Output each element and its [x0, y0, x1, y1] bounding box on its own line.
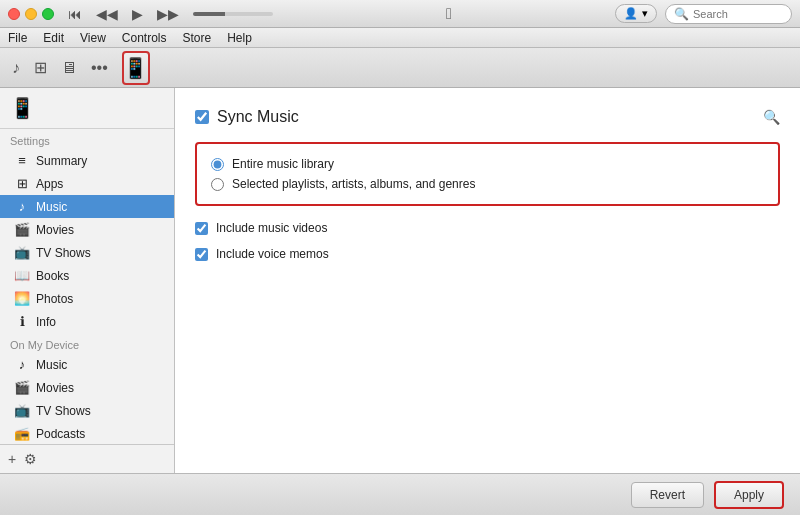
- account-chevron: ▾: [642, 7, 648, 20]
- main-content: 📱 Settings ≡ Summary ⊞ Apps ♪ Music 🎬 Mo…: [0, 88, 800, 473]
- on-my-device-label: On My Device: [0, 333, 174, 353]
- sync-music-checkbox[interactable]: [195, 110, 209, 124]
- d-tv-icon: 📺: [14, 403, 30, 418]
- volume-slider[interactable]: [193, 12, 273, 16]
- photos-icon: 🌅: [14, 291, 30, 306]
- apply-button[interactable]: Apply: [714, 481, 784, 509]
- sidebar-item-d-music[interactable]: ♪ Music: [0, 353, 174, 376]
- radio-selected[interactable]: Selected playlists, artists, albums, and…: [211, 174, 764, 194]
- sidebar-item-photos[interactable]: 🌅 Photos: [0, 287, 174, 310]
- include-videos-label: Include music videos: [216, 221, 327, 235]
- revert-button[interactable]: Revert: [631, 482, 704, 508]
- sidebar-item-summary[interactable]: ≡ Summary: [0, 149, 174, 172]
- include-memos-option[interactable]: Include voice memos: [195, 244, 780, 264]
- sidebar-item-label: TV Shows: [36, 404, 91, 418]
- tv-icon: 📺: [14, 245, 30, 260]
- sidebar: 📱 Settings ≡ Summary ⊞ Apps ♪ Music 🎬 Mo…: [0, 88, 175, 473]
- sidebar-item-label: Apps: [36, 177, 63, 191]
- phone-icon: 📱: [123, 56, 148, 80]
- sidebar-item-books[interactable]: 📖 Books: [0, 264, 174, 287]
- sync-music-title: Sync Music: [217, 108, 299, 126]
- toolbar-display-icon[interactable]: 🖥: [57, 55, 81, 81]
- window-controls: [8, 8, 54, 20]
- menu-controls[interactable]: Controls: [122, 31, 167, 45]
- movies-icon: 🎬: [14, 222, 30, 237]
- sync-header: Sync Music 🔍: [195, 108, 780, 126]
- include-videos-checkbox[interactable]: [195, 222, 208, 235]
- info-icon: ℹ: [14, 314, 30, 329]
- sidebar-item-label: Summary: [36, 154, 87, 168]
- sidebar-item-music[interactable]: ♪ Music: [0, 195, 174, 218]
- bottom-bar: Revert Apply: [0, 473, 800, 515]
- search-icon: 🔍: [674, 7, 689, 21]
- rewind-button[interactable]: ◀◀: [92, 4, 122, 24]
- menu-file[interactable]: File: [8, 31, 27, 45]
- include-videos-option[interactable]: Include music videos: [195, 218, 780, 238]
- toolbar-more-icon[interactable]: •••: [87, 55, 112, 81]
- books-icon: 📖: [14, 268, 30, 283]
- menu-store[interactable]: Store: [183, 31, 212, 45]
- content-search-icon[interactable]: 🔍: [763, 109, 780, 125]
- forward-button[interactable]: ▶▶: [153, 4, 183, 24]
- apps-icon: ⊞: [14, 176, 30, 191]
- close-button[interactable]: [8, 8, 20, 20]
- radio-entire-library[interactable]: Entire music library: [211, 154, 764, 174]
- add-button[interactable]: +: [8, 451, 16, 467]
- include-memos-label: Include voice memos: [216, 247, 329, 261]
- settings-section-label: Settings: [0, 129, 174, 149]
- sync-options-box: Entire music library Selected playlists,…: [195, 142, 780, 206]
- sidebar-item-movies[interactable]: 🎬 Movies: [0, 218, 174, 241]
- sidebar-item-label: Info: [36, 315, 56, 329]
- sidebar-item-d-tv-shows[interactable]: 📺 TV Shows: [0, 399, 174, 422]
- sidebar-item-label: TV Shows: [36, 246, 91, 260]
- include-memos-checkbox[interactable]: [195, 248, 208, 261]
- sidebar-footer: + ⚙: [0, 444, 174, 473]
- toolbar-music-icon[interactable]: ♪: [8, 55, 24, 81]
- sidebar-item-label: Books: [36, 269, 69, 283]
- menu-bar: File Edit View Controls Store Help: [0, 28, 800, 48]
- menu-view[interactable]: View: [80, 31, 106, 45]
- sidebar-item-label: Movies: [36, 381, 74, 395]
- search-box[interactable]: 🔍: [665, 4, 792, 24]
- device-button[interactable]: 📱: [122, 51, 150, 85]
- sidebar-item-tv-shows[interactable]: 📺 TV Shows: [0, 241, 174, 264]
- music-icon: ♪: [14, 199, 30, 214]
- toolbar-grid-icon[interactable]: ⊞: [30, 54, 51, 81]
- menu-edit[interactable]: Edit: [43, 31, 64, 45]
- minimize-button[interactable]: [25, 8, 37, 20]
- d-music-icon: ♪: [14, 357, 30, 372]
- toolbar: ♪ ⊞ 🖥 ••• 📱: [0, 48, 800, 88]
- account-icon: 👤: [624, 7, 638, 20]
- prev-button[interactable]: ⏮: [64, 4, 86, 24]
- sidebar-scroll[interactable]: Settings ≡ Summary ⊞ Apps ♪ Music 🎬 Movi…: [0, 129, 174, 444]
- transport-controls: ⏮ ◀◀ ▶ ▶▶: [64, 4, 183, 24]
- radio-selected-label: Selected playlists, artists, albums, and…: [232, 177, 475, 191]
- maximize-button[interactable]: [42, 8, 54, 20]
- sidebar-phone-icon: 📱: [10, 96, 35, 120]
- radio-entire-label: Entire music library: [232, 157, 334, 171]
- sidebar-item-apps[interactable]: ⊞ Apps: [0, 172, 174, 195]
- sidebar-item-label: Podcasts: [36, 427, 85, 441]
- summary-icon: ≡: [14, 153, 30, 168]
- sidebar-item-d-movies[interactable]: 🎬 Movies: [0, 376, 174, 399]
- content-panel: Sync Music 🔍 Entire music library Select…: [175, 88, 800, 473]
- apple-logo: : [283, 5, 615, 23]
- menu-help[interactable]: Help: [227, 31, 252, 45]
- radio-entire-input[interactable]: [211, 158, 224, 171]
- sidebar-item-d-podcasts[interactable]: 📻 Podcasts: [0, 422, 174, 444]
- device-header: 📱: [0, 88, 174, 129]
- d-movies-icon: 🎬: [14, 380, 30, 395]
- radio-selected-input[interactable]: [211, 178, 224, 191]
- search-input[interactable]: [693, 8, 783, 20]
- d-podcasts-icon: 📻: [14, 426, 30, 441]
- sidebar-item-label: Photos: [36, 292, 73, 306]
- account-button[interactable]: 👤 ▾: [615, 4, 657, 23]
- sidebar-item-info[interactable]: ℹ Info: [0, 310, 174, 333]
- sidebar-item-label: Music: [36, 358, 67, 372]
- sidebar-item-label: Music: [36, 200, 67, 214]
- settings-cog-button[interactable]: ⚙: [24, 451, 37, 467]
- sidebar-item-label: Movies: [36, 223, 74, 237]
- play-button[interactable]: ▶: [128, 4, 147, 24]
- title-bar: ⏮ ◀◀ ▶ ▶▶  👤 ▾ 🔍: [0, 0, 800, 28]
